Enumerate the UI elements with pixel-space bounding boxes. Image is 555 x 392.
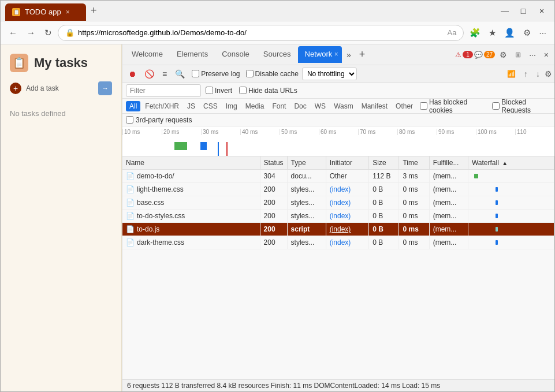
profile-button[interactable]: 👤: [501, 25, 519, 40]
col-header-time[interactable]: Time: [399, 156, 429, 170]
network-settings-button[interactable]: ⚙: [545, 69, 552, 79]
third-party-checkbox[interactable]: [126, 116, 133, 124]
add-task-row[interactable]: + Add a task →: [10, 79, 112, 98]
close-icon[interactable]: ×: [66, 8, 70, 16]
has-blocked-cookies-checkbox[interactable]: Has blocked cookies: [420, 99, 483, 114]
address-bar[interactable]: 🔒 https://microsoftedge.github.io/Demos/…: [58, 25, 464, 41]
tab-network[interactable]: Network ×: [298, 46, 342, 63]
filter-font[interactable]: Font: [269, 101, 289, 111]
filter-media[interactable]: Media: [242, 101, 268, 111]
extensions-button[interactable]: 🧩: [466, 25, 484, 40]
tab-sources[interactable]: Sources: [256, 46, 298, 63]
col-header-initiator[interactable]: Initiator: [326, 156, 369, 170]
close-window-button[interactable]: ×: [534, 3, 550, 19]
url-input[interactable]: https://microsoftedge.github.io/Demos/de…: [78, 28, 444, 37]
table-row[interactable]: 📄base.css 200 styles... (index) 0 B 0 ms…: [122, 196, 554, 210]
main-area: 📋 My tasks + Add a task → No tasks defin…: [1, 44, 554, 391]
minimize-button[interactable]: —: [497, 3, 513, 19]
ruler-marks: 10 ms 20 ms 30 ms 40 ms 50 ms 60 ms 70 m…: [122, 126, 554, 135]
initiator-link[interactable]: (index): [330, 212, 351, 220]
more-tabs-button[interactable]: »: [342, 48, 356, 62]
blocked-requests-checkbox[interactable]: Blocked Requests: [492, 99, 549, 114]
col-header-name[interactable]: Name: [122, 156, 260, 170]
table-row[interactable]: 📄dark-theme.css 200 styles... (index) 0 …: [122, 236, 554, 249]
tab-welcome[interactable]: Welcome: [125, 46, 170, 63]
table-row-selected[interactable]: 📄to-do.js 200 script (index) 0 B 0 ms (m…: [122, 223, 554, 236]
download-button[interactable]: ↓: [532, 68, 543, 80]
row-time: 0 ms: [399, 210, 429, 223]
initiator-link[interactable]: (index): [330, 185, 351, 193]
new-tab-button[interactable]: +: [86, 5, 102, 17]
devtools-settings-button[interactable]: ⚙: [496, 48, 511, 62]
title-bar: 📋 TODO app × + — □ ×: [1, 1, 554, 21]
row-waterfall: [468, 196, 554, 210]
reader-icon: Aa: [448, 28, 457, 37]
network-table-container[interactable]: Name Status Type Initiator Size Time Ful…: [122, 156, 554, 379]
col-header-status[interactable]: Status: [260, 156, 287, 170]
tab-console[interactable]: Console: [215, 46, 256, 63]
add-panel-button[interactable]: +: [356, 47, 369, 62]
back-button[interactable]: ←: [5, 25, 21, 40]
filter-doc[interactable]: Doc: [290, 101, 310, 111]
filter-ws[interactable]: WS: [311, 101, 329, 111]
row-initiator: (index): [326, 210, 369, 223]
third-party-bar: 3rd-party requests: [122, 114, 554, 126]
row-time: 0 ms: [399, 223, 429, 236]
ruler-mark-70ms: 70 ms: [358, 129, 397, 135]
col-header-waterfall[interactable]: Waterfall ▲: [468, 156, 554, 170]
col-header-size[interactable]: Size: [369, 156, 399, 170]
network-table: Name Status Type Initiator Size Time Ful…: [122, 156, 554, 249]
dom-loaded-line: [218, 142, 219, 156]
throttle-select[interactable]: No throttling Slow 3G Fast 3G Offline: [302, 68, 357, 80]
row-status: 200: [260, 223, 287, 236]
filter-css[interactable]: CSS: [200, 101, 221, 111]
forward-button[interactable]: →: [23, 25, 39, 40]
filter-manifest[interactable]: Manifest: [358, 101, 391, 111]
ruler-mark-50ms: 50 ms: [280, 129, 319, 135]
filter-input[interactable]: [126, 84, 201, 97]
filter-fetchxhr[interactable]: Fetch/XHR: [141, 101, 182, 111]
filter-other[interactable]: Other: [392, 101, 416, 111]
wifi-icon-button[interactable]: 📶: [504, 69, 519, 79]
search-button[interactable]: 🔍: [172, 68, 188, 80]
favorites-button[interactable]: ★: [485, 25, 500, 40]
table-row[interactable]: 📄to-do-styles.css 200 styles... (index) …: [122, 210, 554, 223]
invert-checkbox[interactable]: Invert: [206, 87, 232, 95]
clear-button[interactable]: 🚫: [141, 68, 158, 80]
filter-img[interactable]: Img: [222, 101, 241, 111]
active-tab[interactable]: 📋 TODO app ×: [5, 3, 86, 21]
maximize-button[interactable]: □: [515, 3, 531, 19]
upload-button[interactable]: ↑: [520, 68, 531, 80]
col-header-fulfilled[interactable]: Fulfille...: [429, 156, 468, 170]
initiator-link[interactable]: (index): [330, 199, 351, 207]
filter-js[interactable]: JS: [184, 101, 199, 111]
tab-elements[interactable]: Elements: [170, 46, 215, 63]
initiator-link[interactable]: (index): [330, 238, 351, 247]
filter-toggle-button[interactable]: ≡: [159, 68, 170, 80]
waterfall-bar: [496, 187, 498, 192]
app-logo: 📋 My tasks: [10, 54, 112, 72]
record-button[interactable]: ⏺: [125, 68, 140, 80]
more-button[interactable]: ···: [535, 25, 550, 40]
waterfall-cell: [472, 238, 550, 247]
app-sidebar: 📋 My tasks + Add a task → No tasks defin…: [1, 44, 122, 391]
preserve-log-checkbox[interactable]: Preserve log: [192, 70, 240, 78]
tab-title: TODO app: [25, 8, 61, 16]
waterfall-cell: [472, 225, 550, 234]
devtools-status-bar: 6 requests 112 B transferred 8.4 kB reso…: [122, 379, 554, 391]
filter-wasm[interactable]: Wasm: [330, 101, 357, 111]
settings-button[interactable]: ⚙: [520, 25, 534, 40]
filter-all[interactable]: All: [126, 101, 140, 111]
table-row[interactable]: 📄demo-to-do/ 304 docu... Other 112 B 3 m…: [122, 170, 554, 183]
network-tab-close[interactable]: ×: [334, 50, 338, 58]
hide-data-urls-checkbox[interactable]: Hide data URLs: [239, 87, 297, 95]
devtools-close-button[interactable]: ×: [541, 48, 552, 62]
disable-cache-checkbox[interactable]: Disable cache: [246, 70, 299, 78]
arrow-button[interactable]: →: [98, 81, 112, 95]
devtools-dots-button[interactable]: ···: [526, 48, 539, 62]
status-bar-text: 6 requests 112 B transferred 8.4 kB reso…: [127, 382, 440, 390]
table-row[interactable]: 📄light-theme.css 200 styles... (index) 0…: [122, 183, 554, 196]
col-header-type[interactable]: Type: [287, 156, 326, 170]
devtools-share-button[interactable]: ⊞: [512, 48, 524, 61]
refresh-button[interactable]: ↻: [41, 25, 55, 40]
